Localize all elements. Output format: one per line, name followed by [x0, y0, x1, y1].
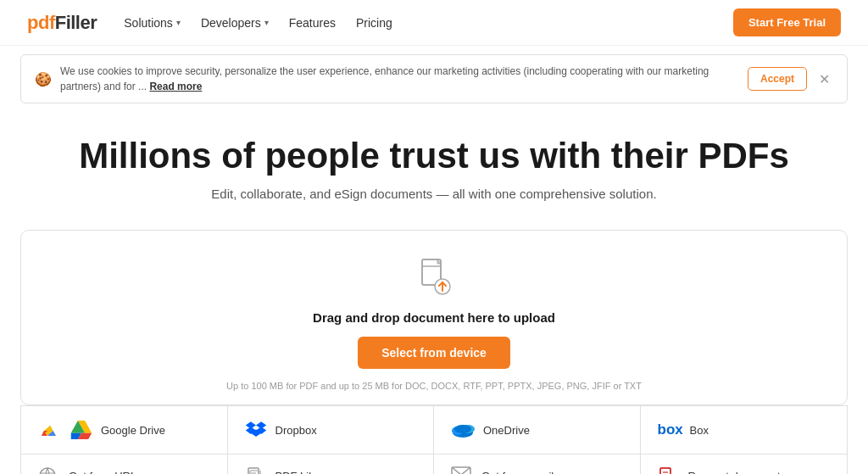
onedrive-icon	[451, 421, 475, 439]
source-get-from-email[interactable]: Get from email	[434, 454, 641, 474]
source-box[interactable]: box Box	[641, 405, 848, 454]
pdf-library-icon	[245, 466, 267, 474]
nav-features[interactable]: Features	[289, 16, 336, 30]
upload-hint: Up to 100 MB for PDF and up to 25 MB for…	[38, 381, 830, 391]
source-dropbox[interactable]: Dropbox	[228, 405, 435, 454]
logo-filler: Filler	[55, 12, 97, 33]
svg-rect-21	[452, 467, 470, 474]
google-drive-label: Google Drive	[101, 424, 165, 437]
start-free-trial-button[interactable]: Start Free Trial	[733, 8, 841, 36]
google-drive-icon	[38, 418, 62, 442]
accept-cookies-button[interactable]: Accept	[748, 67, 807, 91]
source-get-from-url[interactable]: Get from URL	[21, 454, 228, 474]
source-pdf-library[interactable]: PDF Library	[228, 454, 435, 474]
hero-heading: Millions of people trust us with their P…	[34, 136, 834, 176]
source-google-drive[interactable]: Google Drive	[21, 405, 228, 454]
nav-links: Solutions ▾ Developers ▾ Features Pricin…	[124, 16, 733, 30]
svg-point-13	[454, 425, 471, 433]
box-icon: box	[658, 421, 682, 439]
nav-developers[interactable]: Developers ▾	[201, 16, 269, 30]
read-more-link[interactable]: Read more	[149, 81, 202, 92]
upload-zone[interactable]: Drag and drop document here to upload Se…	[20, 230, 848, 405]
logo[interactable]: pdfFiller	[27, 12, 97, 34]
chevron-down-icon: ▾	[264, 18, 269, 27]
dropbox-label: Dropbox	[275, 424, 317, 437]
request-document-label: Request document	[688, 470, 781, 474]
drag-drop-label: Drag and drop document here to upload	[38, 310, 830, 325]
chevron-down-icon: ▾	[176, 18, 181, 27]
close-cookie-banner-button[interactable]: ✕	[815, 71, 833, 87]
nav-solutions[interactable]: Solutions ▾	[124, 16, 181, 30]
dropbox-icon	[245, 421, 267, 439]
navbar: pdfFiller Solutions ▾ Developers ▾ Featu…	[0, 0, 868, 46]
hero-subheading: Edit, collaborate, and eSign documents —…	[34, 187, 834, 201]
source-onedrive[interactable]: OneDrive	[434, 405, 641, 454]
get-from-email-label: Get from email	[481, 470, 554, 474]
onedrive-label: OneDrive	[483, 424, 530, 437]
cookie-text: We use cookies to improve security, pers…	[60, 64, 739, 94]
request-document-icon: ?	[658, 466, 680, 474]
pdf-library-label: PDF Library	[275, 470, 334, 474]
url-icon	[38, 466, 60, 474]
cookie-banner: 🍪 We use cookies to improve security, pe…	[20, 54, 848, 103]
box-label: Box	[690, 424, 709, 437]
hero-section: Millions of people trust us with their P…	[0, 112, 868, 216]
nav-pricing[interactable]: Pricing	[356, 16, 392, 30]
get-from-url-label: Get from URL	[69, 470, 136, 474]
svg-rect-22	[660, 468, 670, 474]
source-grid: Google Drive Dropbox OneDrive	[20, 405, 848, 474]
logo-pdf: pdf	[27, 12, 55, 33]
upload-icon	[38, 256, 830, 300]
email-icon	[451, 466, 473, 474]
cookie-icon: 🍪	[35, 71, 52, 87]
gdrive-icon-svg	[70, 421, 92, 439]
select-from-device-button[interactable]: Select from device	[358, 337, 510, 369]
source-request-document[interactable]: ? Request document	[641, 454, 848, 474]
